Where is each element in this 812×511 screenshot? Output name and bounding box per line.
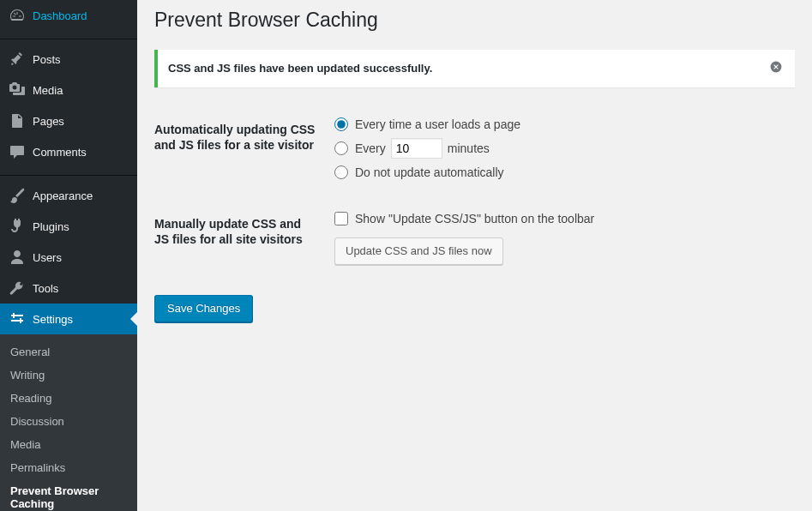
settings-submenu: General Writing Reading Discussion Media… (0, 334, 137, 511)
submenu-item-general[interactable]: General (0, 340, 137, 364)
submenu-item-prevent-browser-caching[interactable]: Prevent Browser Caching (0, 479, 137, 511)
dismiss-notice-button[interactable] (767, 60, 785, 77)
section-auto-update-label: Automatically updating CSS and JS files … (154, 105, 326, 199)
submenu-item-discussion[interactable]: Discussion (0, 410, 137, 433)
main-content: Prevent Browser Caching CSS and JS files… (137, 0, 812, 511)
sidebar-item-settings[interactable]: Settings (0, 304, 137, 334)
update-now-button[interactable]: Update CSS and JS files now (334, 237, 503, 265)
radio-do-not-update-input[interactable] (334, 165, 348, 179)
sidebar-item-users[interactable]: Users (0, 242, 137, 273)
comment-icon (9, 143, 26, 160)
sidebar-item-media[interactable]: Media (0, 75, 137, 105)
sidebar-item-pages[interactable]: Pages (0, 105, 137, 136)
close-icon (769, 60, 783, 76)
sliders-icon (9, 310, 26, 328)
brush-icon (9, 187, 26, 204)
minutes-input[interactable] (391, 138, 442, 159)
sidebar-item-posts[interactable]: Posts (0, 44, 137, 75)
pin-icon (9, 51, 26, 68)
radio-label: Every time a user loads a page (355, 117, 520, 131)
radio-do-not-update[interactable]: Do not update automatically (334, 165, 786, 179)
submenu-item-reading[interactable]: Reading (0, 387, 137, 410)
page-icon (9, 112, 26, 129)
notice-text: CSS and JS files have been updated succe… (168, 62, 432, 75)
radio-every-load[interactable]: Every time a user loads a page (334, 117, 786, 131)
menu-label: Dashboard (33, 9, 87, 22)
submenu-item-permalinks[interactable]: Permalinks (0, 456, 137, 479)
menu-label: Pages (33, 115, 64, 128)
menu-label: Plugins (33, 220, 69, 233)
menu-label: Posts (33, 53, 61, 66)
save-changes-button[interactable]: Save Changes (154, 295, 253, 322)
sidebar-item-plugins[interactable]: Plugins (0, 211, 137, 242)
submenu-item-media[interactable]: Media (0, 433, 137, 456)
dashboard-icon (9, 7, 26, 24)
checkbox-show-toolbar[interactable]: Show "Update CSS/JS" button on the toolb… (334, 212, 786, 225)
menu-label: Comments (33, 146, 87, 159)
radio-every-minutes-input[interactable] (334, 141, 348, 155)
sidebar-item-comments[interactable]: Comments (0, 136, 137, 167)
success-notice: CSS and JS files have been updated succe… (154, 50, 795, 87)
menu-label: Appearance (33, 189, 93, 202)
radio-label: Do not update automatically (355, 165, 504, 179)
radio-every-load-input[interactable] (334, 117, 348, 131)
menu-label: Users (33, 251, 62, 264)
plug-icon (9, 218, 26, 235)
wrench-icon (9, 280, 26, 297)
menu-label: Tools (33, 282, 58, 295)
radio-label-suffix: minutes (448, 141, 490, 155)
user-icon (9, 249, 26, 266)
menu-separator (0, 35, 137, 39)
page-title: Prevent Browser Caching (154, 0, 795, 37)
admin-sidebar: Dashboard Posts Media Pages Comments App… (0, 0, 137, 511)
menu-separator (0, 171, 137, 176)
radio-every-minutes[interactable]: Every minutes (334, 138, 786, 159)
section-manual-update-label: Manually update CSS and JS files for all… (154, 199, 326, 278)
submenu-item-writing[interactable]: Writing (0, 364, 137, 387)
menu-label: Settings (33, 313, 73, 326)
checkbox-label: Show "Update CSS/JS" button on the toolb… (355, 212, 594, 225)
sidebar-item-tools[interactable]: Tools (0, 273, 137, 304)
media-icon (9, 81, 26, 99)
sidebar-item-dashboard[interactable]: Dashboard (0, 0, 137, 31)
menu-label: Media (33, 84, 63, 97)
radio-label-prefix: Every (355, 141, 386, 155)
checkbox-show-toolbar-input[interactable] (334, 212, 348, 225)
sidebar-item-appearance[interactable]: Appearance (0, 180, 137, 211)
